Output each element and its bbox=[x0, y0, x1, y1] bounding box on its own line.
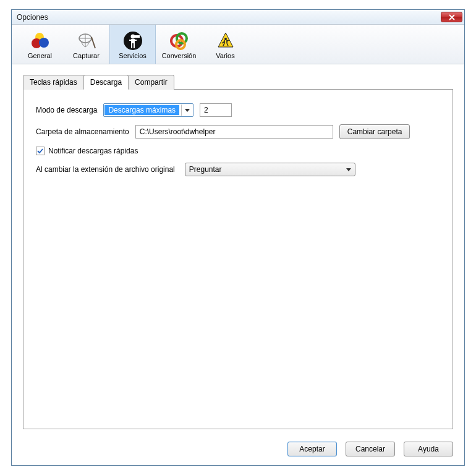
notify-row: Notificar descargas rápidas bbox=[36, 147, 440, 155]
person-icon bbox=[123, 31, 143, 51]
svg-point-2 bbox=[39, 38, 49, 48]
chevron-down-icon bbox=[181, 105, 192, 116]
tab-panel-descarga: Modo de descarga Descargas máximas 2 Car… bbox=[23, 89, 453, 429]
download-count-value: 2 bbox=[204, 106, 208, 114]
svg-rect-10 bbox=[134, 35, 140, 38]
toolbar-label-general: General bbox=[28, 52, 52, 59]
toolbar-item-conversion[interactable]: Conversión bbox=[156, 25, 202, 64]
change-folder-button[interactable]: Cambiar carpeta bbox=[339, 124, 410, 139]
tab-teclas-rapidas[interactable]: Teclas rápidas bbox=[23, 75, 84, 90]
extension-change-label: Al cambiar la extensión de archivo origi… bbox=[36, 165, 175, 174]
toolbar-item-varios[interactable]: Varios bbox=[202, 25, 249, 64]
rings-icon bbox=[169, 31, 189, 51]
accept-button[interactable]: Aceptar bbox=[287, 442, 337, 456]
svg-line-6 bbox=[91, 37, 95, 48]
notify-checkbox-wrap[interactable]: Notificar descargas rápidas bbox=[36, 147, 138, 155]
content-area: Teclas rápidas Descarga Compartir Modo d… bbox=[12, 64, 464, 435]
cancel-button[interactable]: Cancelar bbox=[346, 442, 395, 456]
storage-folder-value: C:\Users\root\dwhelper bbox=[140, 127, 216, 136]
tab-descarga[interactable]: Descarga bbox=[83, 75, 129, 90]
tab-compartir[interactable]: Compartir bbox=[128, 75, 174, 90]
download-count-input[interactable]: 2 bbox=[200, 103, 232, 117]
footer-buttons: Aceptar Cancelar Ayuda bbox=[12, 435, 464, 465]
toolbar-label-capturar: Capturar bbox=[73, 52, 100, 59]
chevron-down-icon bbox=[346, 168, 351, 171]
checkmark-icon bbox=[37, 148, 43, 154]
svg-point-14 bbox=[224, 38, 227, 40]
storage-folder-row: Carpeta de almacenamiento C:\Users\root\… bbox=[36, 124, 440, 139]
window-title: Opciones bbox=[17, 13, 48, 22]
extension-change-dropdown[interactable]: Preguntar bbox=[185, 163, 355, 176]
toolbar-label-servicios: Servicios bbox=[119, 52, 147, 59]
extension-change-row: Al cambiar la extensión de archivo origi… bbox=[36, 163, 440, 176]
toolbar-item-capturar[interactable]: Capturar bbox=[63, 25, 109, 64]
download-mode-row: Modo de descarga Descargas máximas 2 bbox=[36, 103, 440, 117]
balls-icon bbox=[30, 31, 50, 51]
net-icon bbox=[77, 31, 96, 51]
storage-folder-label: Carpeta de almacenamiento bbox=[36, 127, 129, 136]
toolbar-label-conversion: Conversión bbox=[162, 52, 197, 59]
tab-strip: Teclas rápidas Descarga Compartir bbox=[23, 74, 453, 89]
extension-change-value: Preguntar bbox=[189, 165, 222, 174]
toolbar-label-varios: Varios bbox=[216, 52, 234, 59]
toolbar-item-general[interactable]: General bbox=[17, 25, 63, 64]
help-button[interactable]: Ayuda bbox=[404, 442, 453, 456]
toolbar: General Capturar Servicios Conversión Va… bbox=[12, 25, 464, 64]
download-mode-dropdown[interactable]: Descargas máximas bbox=[103, 103, 193, 117]
toolbar-item-servicios[interactable]: Servicios bbox=[109, 25, 156, 64]
close-button[interactable] bbox=[441, 12, 462, 22]
close-icon bbox=[449, 14, 455, 20]
worker-icon bbox=[216, 31, 236, 51]
storage-folder-input[interactable]: C:\Users\root\dwhelper bbox=[135, 125, 333, 139]
download-mode-label: Modo de descarga bbox=[36, 106, 97, 114]
notify-checkbox-label: Notificar descargas rápidas bbox=[48, 147, 138, 155]
svg-rect-9 bbox=[129, 40, 137, 41]
notify-checkbox[interactable] bbox=[36, 147, 45, 155]
options-window: Opciones General Capturar Servicios bbox=[11, 9, 465, 466]
titlebar: Opciones bbox=[12, 10, 464, 25]
download-mode-value: Descargas máximas bbox=[104, 105, 179, 115]
